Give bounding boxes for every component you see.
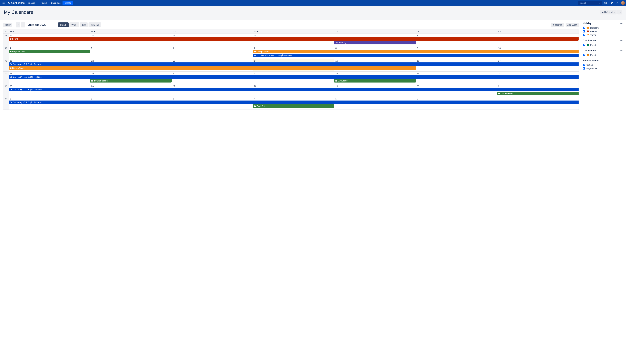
nav-people[interactable]: People: [39, 0, 49, 5]
calendar-event[interactable]: 21:00On Call - Amy - 7.2 Bugfix Release: [253, 54, 579, 57]
subscribe-button[interactable]: Subscribe: [551, 23, 564, 27]
event-label: On Call - Amy - 7.2 Bugfix Release: [10, 76, 41, 78]
calendar-group-title: Conference: [583, 49, 596, 52]
svg-rect-18: [10, 51, 11, 51]
day-header: Fri: [416, 30, 497, 33]
nav-calendars[interactable]: Calendars: [49, 0, 62, 5]
add-calendar-button[interactable]: Add Calendar: [600, 10, 617, 14]
calendar-event[interactable]: Installer testing: [90, 79, 172, 83]
calendar-group: ConferenceEvents: [583, 49, 623, 57]
add-event-button[interactable]: Add Event: [566, 23, 579, 27]
calendar-group-menu[interactable]: [620, 22, 623, 25]
event-label: Design Week: [12, 67, 25, 69]
calendar-event[interactable]: Design Week: [9, 66, 416, 70]
events-layer: On Call - Amy - 7.2 Bugfix ReleaseInstal…: [9, 75, 579, 83]
calendar-item: Events: [583, 43, 623, 47]
prev-button[interactable]: [16, 22, 20, 28]
search-input[interactable]: [580, 2, 597, 4]
calendar-event[interactable]: 20:30Busy: [334, 41, 416, 44]
user-avatar[interactable]: [621, 1, 625, 5]
calendar-week: 4045678910Project KickoffDesign Week21:0…: [3, 46, 579, 59]
calendar-checkbox[interactable]: [583, 64, 585, 66]
event-label: Installer testing: [94, 80, 108, 82]
calendar-checkbox[interactable]: [583, 30, 585, 33]
day-number: 27: [10, 34, 89, 37]
svg-point-5: [76, 3, 77, 3]
notifications-icon[interactable]: [615, 0, 620, 5]
day-number: 30: [254, 34, 334, 37]
calendar-item-label: Events: [590, 44, 597, 46]
event-label: QA Kickoff: [338, 80, 348, 82]
create-button[interactable]: Create: [63, 0, 73, 5]
day-number: 20: [173, 72, 252, 75]
day-number: 23: [417, 72, 496, 75]
calendar-checkbox[interactable]: [583, 54, 585, 56]
events-layer: On Call - Amy - 7.2 Bugfix ReleaseFinal …: [9, 100, 579, 108]
menu-icon[interactable]: [1, 0, 6, 5]
help-icon[interactable]: [603, 0, 608, 5]
day-number: 28: [91, 34, 171, 37]
day-header: Sun: [9, 30, 90, 33]
day-number: 16: [417, 60, 496, 62]
calendar-week: 3927282930123Leave20:30Busy: [3, 33, 579, 46]
event-label: Project Kickoff: [12, 50, 25, 53]
day-number: 30: [417, 85, 496, 87]
events-layer: Leave20:30Busy: [9, 37, 579, 44]
page-more-button[interactable]: [617, 10, 622, 14]
calendar-item: Events: [583, 53, 623, 57]
calendar-event[interactable]: Design Week: [253, 50, 579, 53]
calendar-event[interactable]: On Call - Amy - 7.2 Bugfix Release: [9, 88, 579, 91]
day-number: 2: [417, 34, 496, 37]
calendar-event[interactable]: LTS Release: [497, 92, 579, 95]
calendar-event[interactable]: Leave: [9, 37, 579, 41]
more-nav-icon[interactable]: [73, 0, 78, 5]
events-layer: Project KickoffDesign Week21:00On Call -…: [9, 50, 579, 57]
settings-icon[interactable]: [609, 0, 614, 5]
calendar-event[interactable]: Project Kickoff: [9, 50, 90, 53]
view-list[interactable]: List: [80, 22, 88, 27]
calendar-event[interactable]: QA Kickoff: [334, 79, 416, 83]
svg-point-55: [620, 40, 621, 41]
next-button[interactable]: [21, 22, 25, 28]
svg-line-7: [600, 3, 600, 4]
event-time: 21:00: [254, 54, 259, 57]
view-timeline[interactable]: Timeline: [88, 22, 101, 27]
day-number: 3: [173, 98, 252, 100]
day-number: 12: [91, 60, 171, 62]
nav-spaces[interactable]: Spaces: [26, 0, 39, 5]
calendar-group-menu[interactable]: [620, 49, 623, 52]
events-layer: On Call - Amy - 7.2 Bugfix ReleaseLTS Re…: [9, 88, 579, 95]
calendar-checkbox[interactable]: [583, 34, 585, 36]
day-header: Wed: [253, 30, 334, 33]
product-logo[interactable]: Confluence: [6, 1, 26, 4]
week-number: 39: [3, 33, 9, 46]
calendar-checkbox[interactable]: [583, 67, 585, 69]
calendar-event[interactable]: On Call - Amy - 7.2 Bugfix Release: [9, 100, 579, 104]
event-label: On Call - Amy - 7.2 Bugfix Release: [10, 63, 41, 66]
top-nav: Confluence Spaces People Calendars Creat…: [0, 0, 626, 6]
page-title: My Calendars: [4, 9, 33, 15]
calendar-event[interactable]: On Call - Amy - 7.2 Bugfix Release: [9, 63, 579, 66]
week-header: W: [3, 30, 9, 33]
day-number: 7: [254, 47, 334, 49]
search-box[interactable]: [578, 0, 602, 5]
svg-rect-26: [10, 67, 11, 68]
calendar-event[interactable]: Final Build: [253, 104, 334, 108]
view-week[interactable]: Week: [70, 22, 79, 27]
svg-rect-14: [10, 38, 11, 38]
calendar-group-menu[interactable]: [620, 39, 623, 42]
calendars-sidebar: HolidayBirthdaysEventsTravelConfluenceEv…: [583, 22, 623, 110]
day-number: 6: [173, 47, 252, 49]
day-number: 1: [335, 34, 415, 37]
svg-rect-34: [335, 80, 337, 80]
event-label: Design Week: [257, 50, 269, 53]
main-content: Today October 2020 Month Week List Timel…: [0, 20, 626, 112]
view-month[interactable]: Month: [58, 22, 69, 27]
day-number: 27: [173, 85, 252, 87]
calendar-event[interactable]: On Call - Amy - 7.2 Bugfix Release: [9, 75, 579, 79]
today-button[interactable]: Today: [3, 23, 12, 27]
svg-point-4: [75, 3, 76, 3]
calendar-checkbox[interactable]: [583, 44, 585, 46]
calendar-checkbox[interactable]: [583, 27, 585, 29]
day-number: 5: [335, 98, 415, 100]
